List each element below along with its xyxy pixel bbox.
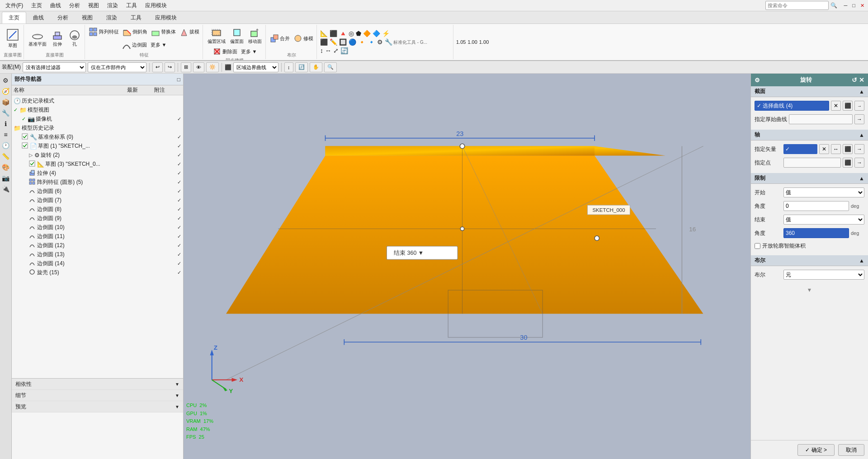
accordion-header-deps[interactable]: 相依性 ▼ xyxy=(12,379,183,389)
tree-row-history[interactable]: 🕐 历史记录模式 xyxy=(12,96,183,105)
ribbon-btn-base-plane[interactable]: 基准平面 xyxy=(27,28,48,48)
start-type-select[interactable]: 值 xyxy=(783,187,864,197)
tree-row-blend14[interactable]: 边倒圆 (14) ✓ xyxy=(12,259,183,268)
sidebar-icon-parts[interactable]: 📦 xyxy=(1,97,11,107)
menu-item-file[interactable]: 文件(F) xyxy=(2,1,27,10)
ribbon-btn-chamfer[interactable]: 倒斜角 xyxy=(121,27,149,37)
sidebar-icon-measure[interactable]: 📏 xyxy=(1,151,11,161)
search-input[interactable] xyxy=(765,1,829,10)
tree-row-model-view[interactable]: ✓ 📁 模型视图 xyxy=(12,105,183,114)
sidebar-icon-clock[interactable]: 🕐 xyxy=(1,141,11,150)
tree-row-blend10[interactable]: 边倒圆 (10) ✓ xyxy=(12,223,183,232)
ribbon-btn-delete-face[interactable]: 删除面 xyxy=(211,47,239,56)
minimize-btn[interactable]: ─ xyxy=(842,3,849,8)
c-icon-18[interactable]: ↔ xyxy=(325,47,332,55)
sidebar-icon-settings[interactable]: ⚙ xyxy=(1,75,11,85)
section-header-axis[interactable]: 轴 ▲ xyxy=(751,130,868,141)
section-header-bool[interactable]: 布尔 ▲ xyxy=(751,255,868,266)
c-icon-7[interactable]: 🔷 xyxy=(372,29,381,37)
vector-btn-4[interactable]: → xyxy=(854,144,864,154)
tab-tools[interactable]: 工具 xyxy=(124,12,148,23)
c-icon-10[interactable]: ✏️ xyxy=(329,38,338,46)
menu-item-render[interactable]: 渲染 xyxy=(104,1,122,10)
tab-view[interactable]: 视图 xyxy=(75,12,99,23)
ribbon-btn-replace[interactable]: 替换体 xyxy=(150,27,177,37)
vector-field[interactable]: ✓ xyxy=(783,144,817,154)
search-icon[interactable]: 🔍 xyxy=(830,2,837,9)
c-icon-12[interactable]: 🔵 xyxy=(348,38,357,46)
close-btn[interactable]: ✕ xyxy=(859,3,866,8)
cancel-button[interactable]: 取消 xyxy=(838,444,864,456)
ribbon-btn-combine[interactable]: 合并 xyxy=(269,33,291,43)
ribbon-btn-extrude[interactable]: 拉伸 xyxy=(49,28,66,48)
c-icon-8[interactable]: ⚡ xyxy=(382,29,390,37)
end-type-select[interactable]: 值 xyxy=(783,215,864,225)
menu-item-view[interactable]: 视图 xyxy=(85,1,103,10)
tree-row-revolve2[interactable]: ▷ ⚙ 旋转 (2) ✓ xyxy=(12,150,183,159)
smart-vol-checkbox[interactable] xyxy=(755,243,760,249)
bool-value-select[interactable]: 元 xyxy=(783,270,864,280)
accordion-header-preview[interactable]: 预览 ▼ xyxy=(12,401,183,412)
c-icon-15[interactable]: ⚙ xyxy=(377,38,383,46)
ribbon-btn-more-2[interactable]: 更多 ▼ xyxy=(240,48,259,56)
tab-modules[interactable]: 应用模块 xyxy=(148,12,184,23)
sidebar-icon-render[interactable]: 🎨 xyxy=(1,162,11,172)
maximize-btn[interactable]: □ xyxy=(850,3,857,8)
c-icon-19[interactable]: ⤢ xyxy=(333,47,339,55)
region-select[interactable]: 区域边界曲线 xyxy=(233,62,278,72)
viewport[interactable]: 23 30 16 SKETCH_000 xyxy=(184,74,750,459)
curve-field[interactable]: ✓ 选择曲线 (4) xyxy=(755,101,829,111)
view-btn-3[interactable]: 🔆 xyxy=(206,62,219,72)
ribbon-btn-offset-face[interactable]: 偏置面 xyxy=(228,26,245,46)
c-icon-20[interactable]: 🔄 xyxy=(340,47,349,55)
smart-vol-label[interactable]: 开放轮廓智能体积 xyxy=(762,242,806,250)
menu-item-curve[interactable]: 曲线 xyxy=(47,1,65,10)
tree-row-sketch3[interactable]: 📐 草图 (3) "SKETCH_0... ✓ xyxy=(12,159,183,169)
tab-analysis[interactable]: 分析 xyxy=(51,12,75,23)
tree-expand-icon[interactable]: □ xyxy=(177,76,180,83)
ribbon-btn-modify[interactable]: 修模 xyxy=(292,33,315,43)
sidebar-icon-nav[interactable]: 🧭 xyxy=(1,86,11,96)
vector-btn-3[interactable]: ⬛ xyxy=(843,144,853,154)
tree-row-blend7[interactable]: 边倒圆 (7) ✓ xyxy=(12,196,183,205)
section-header-profile[interactable]: 截面 ▲ xyxy=(751,86,868,97)
confirm-button[interactable]: ✓ 确定 > xyxy=(797,444,835,456)
sidebar-icon-camera[interactable]: 📷 xyxy=(1,173,11,183)
sidebar-icon-layers[interactable]: ≡ xyxy=(1,130,11,140)
c-icon-16[interactable]: 🔧 xyxy=(384,38,393,46)
tab-home[interactable]: 主页 xyxy=(2,12,26,23)
undo-btn[interactable]: ↩ xyxy=(152,62,163,72)
c-icon-14[interactable]: 🔹 xyxy=(367,38,376,46)
tree-row-shell15[interactable]: 旋壳 (15) ✓ xyxy=(12,268,183,277)
tree-expand-revolve2[interactable]: ▷ xyxy=(29,152,33,158)
filter-select[interactable]: 没有选择过滤器 xyxy=(23,62,86,72)
panel-refresh-icon[interactable]: ↺ xyxy=(852,76,857,84)
section-header-limit[interactable]: 限制 ▲ xyxy=(751,173,868,184)
c-icon-2[interactable]: ⬛ xyxy=(329,29,338,37)
view-rot-btn[interactable]: 🔃 xyxy=(295,62,308,72)
point-btn-1[interactable]: ⬛ xyxy=(843,158,853,168)
menu-item-home[interactable]: 主页 xyxy=(28,1,46,10)
redo-btn[interactable]: ↪ xyxy=(165,62,175,72)
tree-row-sketch1[interactable]: 📄 草图 (1) "SKETCH_... ✓ xyxy=(12,141,183,150)
tab-curve[interactable]: 曲线 xyxy=(26,12,51,23)
tree-row-blend13[interactable]: 边倒圆 (13) ✓ xyxy=(12,250,183,259)
tree-row-camera[interactable]: ✓ 📷 摄像机 ✓ xyxy=(12,114,183,123)
menu-item-analysis[interactable]: 分析 xyxy=(66,1,84,10)
tree-row-history-model[interactable]: 📁 模型历史记录 xyxy=(12,123,183,132)
origin-curve-arrow-btn[interactable]: → xyxy=(854,114,864,124)
tree-row-blend8[interactable]: 边倒圆 (8) ✓ xyxy=(12,205,183,214)
start-angle-input[interactable] xyxy=(783,201,849,211)
c-icon-17[interactable]: ↕ xyxy=(320,47,324,55)
c-icon-9[interactable]: ⬛ xyxy=(320,38,328,46)
c-icon-13[interactable]: 🔸 xyxy=(358,38,366,46)
curve-remove-btn[interactable]: ✕ xyxy=(831,101,841,111)
vector-remove-btn[interactable]: ✕ xyxy=(819,144,829,154)
ribbon-btn-move-face[interactable]: 移动面 xyxy=(246,26,264,46)
curve-btn-3[interactable]: → xyxy=(854,101,864,111)
ribbon-btn-draft[interactable]: 拔模 xyxy=(178,27,201,37)
panel-close-icon[interactable]: ✕ xyxy=(859,76,864,84)
tree-row-blend6[interactable]: 边倒圆 (6) ✓ xyxy=(12,187,183,196)
accordion-header-detail[interactable]: 细节 ▼ xyxy=(12,390,183,401)
scope-select[interactable]: 仅在工作部件内 xyxy=(88,62,146,72)
